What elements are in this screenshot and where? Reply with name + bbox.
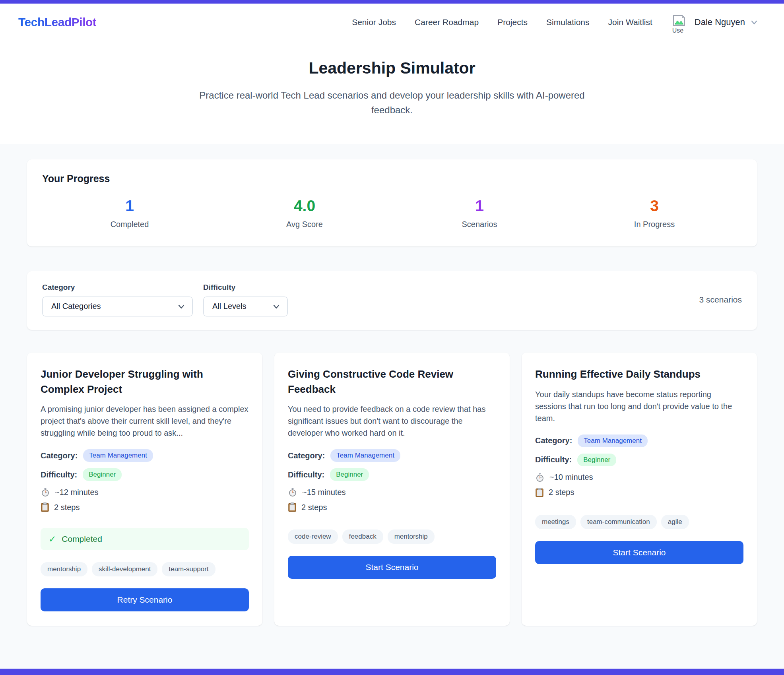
stopwatch-icon: [41, 487, 50, 497]
tag-pill: code-review: [288, 530, 338, 544]
header: TechLeadPilot Senior JobsCareer RoadmapP…: [0, 4, 784, 41]
scenario-description: You need to provide feedback on a code r…: [288, 403, 496, 439]
scenario-action-button[interactable]: Start Scenario: [288, 556, 496, 579]
scenario-description: Your daily standups have become status r…: [535, 388, 743, 424]
clipboard-icon: [288, 502, 297, 512]
content-container: Your Progress 1Completed4.0Avg Score1Sce…: [27, 144, 757, 626]
hero-section: Leadership Simulator Practice real-world…: [0, 41, 784, 144]
nav-item-senior-jobs[interactable]: Senior Jobs: [352, 17, 396, 27]
scenario-title: Running Effective Daily Standups: [535, 367, 701, 382]
difficulty-filter-group: Difficulty All Levels: [203, 283, 288, 316]
progress-stat: 3In Progress: [567, 198, 742, 229]
stat-value: 3: [567, 198, 742, 213]
category-row: Category: Team Management: [288, 449, 400, 462]
duration-text: ~12 minutes: [55, 488, 99, 497]
steps-text: 2 steps: [549, 488, 574, 497]
avatar-alt-text: Use: [672, 27, 683, 34]
stat-label: In Progress: [567, 220, 742, 229]
scenario-description: A promising junior developer has been as…: [41, 403, 249, 439]
clipboard-icon: [41, 502, 49, 512]
category-select-value: All Categories: [51, 302, 101, 311]
scenario-card: Giving Constructive Code Review Feedback…: [274, 353, 510, 626]
scenario-action-button[interactable]: Start Scenario: [535, 541, 743, 564]
stat-label: Scenarios: [392, 220, 567, 229]
difficulty-select[interactable]: All Levels: [203, 297, 288, 316]
difficulty-label: Difficulty:: [288, 470, 324, 479]
stat-value: 1: [42, 198, 217, 213]
tag-pill: team-communication: [580, 515, 657, 529]
page: TechLeadPilot Senior JobsCareer RoadmapP…: [0, 0, 784, 675]
duration-row: ~15 minutes: [288, 487, 346, 497]
difficulty-label: Difficulty:: [41, 470, 77, 479]
duration-text: ~10 minutes: [549, 473, 593, 482]
progress-stat: 4.0Avg Score: [217, 198, 392, 229]
avatar: Use: [672, 15, 690, 35]
tag-pill: feedback: [342, 530, 383, 544]
steps-row: 2 steps: [288, 502, 327, 512]
category-badge: Team Management: [578, 434, 648, 447]
check-icon: ✓: [49, 535, 56, 544]
chevron-down-icon: [750, 18, 759, 27]
difficulty-badge: Beginner: [330, 468, 369, 481]
difficulty-row: Difficulty: Beginner: [41, 468, 122, 481]
difficulty-badge: Beginner: [83, 468, 122, 481]
category-row: Category: Team Management: [41, 449, 153, 462]
tag-pill: skill-development: [92, 562, 157, 576]
difficulty-select-value: All Levels: [212, 302, 246, 311]
nav-item-simulations[interactable]: Simulations: [546, 17, 590, 27]
steps-row: 2 steps: [41, 502, 80, 512]
difficulty-filter-label: Difficulty: [203, 283, 288, 292]
category-label: Category:: [288, 451, 325, 460]
broken-image-icon: [672, 15, 686, 27]
stat-value: 1: [392, 198, 567, 213]
progress-title: Your Progress: [42, 173, 742, 184]
category-badge: Team Management: [83, 449, 153, 462]
user-menu[interactable]: Use Dale Nguyen: [672, 9, 759, 35]
category-select[interactable]: All Categories: [42, 297, 193, 316]
steps-row: 2 steps: [535, 488, 574, 497]
duration-row: ~12 minutes: [41, 487, 99, 497]
page-subtitle: Practice real-world Tech Lead scenarios …: [190, 88, 594, 118]
stat-label: Completed: [42, 220, 217, 229]
duration-text: ~15 minutes: [302, 488, 346, 497]
progress-card: Your Progress 1Completed4.0Avg Score1Sce…: [27, 159, 757, 246]
category-badge: Team Management: [330, 449, 400, 462]
duration-row: ~10 minutes: [535, 473, 593, 482]
nav-item-join-waitlist[interactable]: Join Waitlist: [608, 17, 652, 27]
chevron-down-icon: [272, 303, 280, 310]
progress-stat: 1Scenarios: [392, 198, 567, 229]
stat-value: 4.0: [217, 198, 392, 213]
filter-bar: Category All Categories Difficulty All L…: [27, 271, 757, 330]
tag-pill: meetings: [535, 515, 576, 529]
tag-pill: agile: [661, 515, 689, 529]
main-nav: Senior JobsCareer RoadmapProjectsSimulat…: [352, 17, 652, 27]
app-logo[interactable]: TechLeadPilot: [18, 16, 96, 29]
chevron-down-icon: [177, 303, 185, 310]
completed-text: Completed: [62, 534, 102, 544]
difficulty-row: Difficulty: Beginner: [288, 468, 369, 481]
steps-text: 2 steps: [301, 503, 327, 512]
category-filter-group: Category All Categories: [42, 283, 193, 316]
tag-pill: team-support: [162, 562, 215, 576]
scenario-count: 3 scenarios: [699, 295, 742, 305]
scenario-grid: Junior Developer Struggling with Complex…: [27, 353, 757, 626]
nav-item-projects[interactable]: Projects: [497, 17, 528, 27]
scenario-title: Giving Constructive Code Review Feedback: [288, 367, 496, 397]
user-name: Dale Nguyen: [695, 17, 745, 27]
progress-stats: 1Completed4.0Avg Score1Scenarios3In Prog…: [42, 198, 742, 229]
category-label: Category:: [535, 436, 572, 445]
category-row: Category: Team Management: [535, 434, 648, 447]
stat-label: Avg Score: [217, 220, 392, 229]
scenario-action-button[interactable]: Retry Scenario: [41, 588, 249, 611]
difficulty-badge: Beginner: [577, 454, 616, 466]
nav-item-career-roadmap[interactable]: Career Roadmap: [415, 17, 479, 27]
tag-list: code-reviewfeedbackmentorship: [288, 530, 435, 544]
stopwatch-icon: [288, 487, 297, 497]
clipboard-icon: [535, 488, 544, 497]
stopwatch-icon: [535, 473, 545, 482]
difficulty-row: Difficulty: Beginner: [535, 454, 616, 466]
top-accent-bar: [0, 0, 784, 4]
tag-pill: mentorship: [41, 562, 87, 576]
tag-list: mentorshipskill-developmentteam-support: [41, 562, 215, 576]
scenario-card: Running Effective Daily Standups Your da…: [522, 353, 757, 626]
